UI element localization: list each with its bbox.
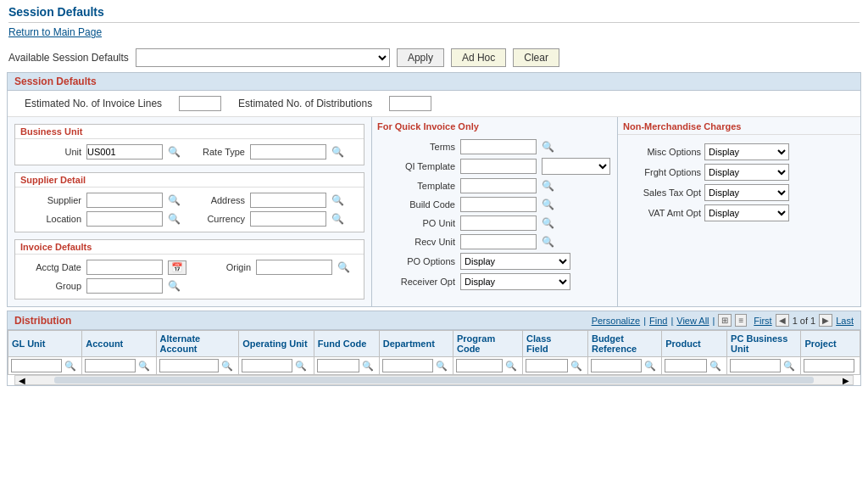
col-gl-unit: GL Unit xyxy=(8,331,82,357)
group-search-icon[interactable]: 🔍 xyxy=(168,280,181,292)
product-search-icon[interactable]: 🔍 xyxy=(709,361,721,371)
rate-type-input[interactable] xyxy=(250,144,326,160)
fund-code-search-icon[interactable]: 🔍 xyxy=(362,361,374,371)
unit-label: Unit xyxy=(22,147,81,157)
template-label: Template xyxy=(379,181,455,191)
product-input[interactable] xyxy=(665,359,707,372)
first-link[interactable]: First xyxy=(754,316,771,326)
account-input[interactable] xyxy=(85,359,136,372)
available-session-select[interactable] xyxy=(136,48,390,67)
unit-input[interactable] xyxy=(86,144,163,160)
grid-view-button[interactable]: ⊞ xyxy=(718,314,732,327)
pagination-controls: First ◀ 1 of 1 ▶ Last xyxy=(754,314,854,327)
recv-unit-input[interactable] xyxy=(460,234,537,249)
program-code-search-icon[interactable]: 🔍 xyxy=(505,361,517,371)
project-input[interactable] xyxy=(804,359,854,372)
location-label: Location xyxy=(22,214,81,224)
account-search-icon[interactable]: 🔍 xyxy=(138,361,150,371)
terms-input[interactable] xyxy=(460,139,537,154)
build-code-input[interactable] xyxy=(460,197,537,212)
estimated-dist-input[interactable] xyxy=(389,96,431,111)
sales-tax-opt-select[interactable]: Display Hide Required xyxy=(704,184,789,201)
rate-type-search-icon[interactable]: 🔍 xyxy=(331,146,344,158)
business-unit-grid: Unit 🔍 Rate Type 🔍 xyxy=(15,139,364,165)
fund-code-input[interactable] xyxy=(317,359,359,372)
qi-template-select[interactable] xyxy=(542,158,610,175)
list-view-button[interactable]: ≡ xyxy=(735,314,747,327)
alt-account-search-icon[interactable]: 🔍 xyxy=(221,361,233,371)
po-unit-input[interactable] xyxy=(460,216,537,231)
vat-amt-opt-select[interactable]: Display Hide Required xyxy=(704,204,789,221)
gl-unit-search-icon[interactable]: 🔍 xyxy=(64,361,76,371)
class-field-input[interactable] xyxy=(526,359,568,372)
return-link[interactable]: Return to Main Page xyxy=(8,23,102,42)
pc-business-unit-search-icon[interactable]: 🔍 xyxy=(783,361,795,371)
template-row: Template 🔍 xyxy=(379,178,610,193)
pc-business-unit-input[interactable] xyxy=(730,359,781,372)
col-pc-business-unit: PC BusinessUnit xyxy=(727,331,801,357)
personalize-link[interactable]: Personalize xyxy=(592,316,640,326)
address-label: Address xyxy=(186,195,245,205)
department-input[interactable] xyxy=(382,359,433,372)
department-search-icon[interactable]: 🔍 xyxy=(436,361,448,371)
gl-unit-input[interactable] xyxy=(11,359,62,372)
estimated-dist-label: Estimated No. of Distributions xyxy=(238,98,372,109)
horizontal-scrollbar[interactable]: ◀ ▶ xyxy=(14,375,854,385)
prev-page-button[interactable]: ◀ xyxy=(776,314,789,327)
currency-input[interactable] xyxy=(250,211,326,227)
distribution-header: Distribution Personalize | Find | View A… xyxy=(8,311,860,330)
qi-template-input[interactable] xyxy=(460,159,537,174)
currency-search-icon[interactable]: 🔍 xyxy=(331,213,344,225)
terms-search-icon[interactable]: 🔍 xyxy=(542,141,554,153)
alt-account-input[interactable] xyxy=(159,359,219,372)
build-code-row: Build Code 🔍 xyxy=(379,197,610,212)
clear-button[interactable]: Clear xyxy=(513,48,559,67)
location-search-icon[interactable]: 🔍 xyxy=(168,213,181,225)
group-label: Group xyxy=(22,281,81,291)
cell-operating-unit: 🔍 xyxy=(239,357,314,375)
address-input[interactable] xyxy=(250,193,326,208)
view-all-link[interactable]: View All xyxy=(676,316,709,326)
operating-unit-input[interactable] xyxy=(242,359,292,372)
supplier-search-icon[interactable]: 🔍 xyxy=(168,194,181,206)
group-input[interactable] xyxy=(86,278,163,294)
supplier-label: Supplier xyxy=(22,195,81,205)
location-input[interactable] xyxy=(86,211,163,227)
operating-unit-search-icon[interactable]: 🔍 xyxy=(295,361,307,371)
frght-options-row: Frght Options Display Hide Required xyxy=(625,164,854,181)
acctg-date-input[interactable] xyxy=(86,260,163,275)
receiver-opt-select[interactable]: Display Hide Required xyxy=(460,273,570,290)
frght-options-select[interactable]: Display Hide Required xyxy=(704,164,789,181)
acctg-origin-row: Acctg Date 📅 Origin 🔍 xyxy=(22,260,357,275)
calendar-button[interactable]: 📅 xyxy=(168,260,186,275)
budget-reference-input[interactable] xyxy=(591,359,642,372)
origin-input[interactable] xyxy=(256,260,332,275)
rate-type-label: Rate Type xyxy=(186,147,245,157)
table-row: 🔍 🔍 🔍 🔍 xyxy=(8,357,860,375)
address-search-icon[interactable]: 🔍 xyxy=(331,194,344,206)
program-code-input[interactable] xyxy=(456,359,503,372)
unit-search-icon[interactable]: 🔍 xyxy=(168,146,181,158)
class-field-search-icon[interactable]: 🔍 xyxy=(570,361,582,371)
supplier-input[interactable] xyxy=(86,193,163,208)
budget-reference-search-icon[interactable]: 🔍 xyxy=(644,361,656,371)
po-options-select[interactable]: Display Hide Required xyxy=(460,253,570,270)
recv-unit-search-icon[interactable]: 🔍 xyxy=(542,236,554,248)
po-unit-search-icon[interactable]: 🔍 xyxy=(542,217,554,229)
scroll-left-btn[interactable]: ◀ xyxy=(15,376,29,385)
adhoc-button[interactable]: Ad Hoc xyxy=(451,48,506,67)
business-unit-title: Business Unit xyxy=(15,125,364,139)
estimated-invoice-input[interactable] xyxy=(179,96,221,111)
apply-button[interactable]: Apply xyxy=(397,48,444,67)
template-input[interactable] xyxy=(460,178,537,193)
estimated-invoice-label: Estimated No. of Invoice Lines xyxy=(25,98,162,109)
find-link[interactable]: Find xyxy=(649,316,667,326)
last-link[interactable]: Last xyxy=(836,316,854,326)
template-search-icon[interactable]: 🔍 xyxy=(542,180,554,192)
next-page-button[interactable]: ▶ xyxy=(819,314,832,327)
scroll-right-btn[interactable]: ▶ xyxy=(839,376,853,385)
misc-options-select[interactable]: Display Hide Required xyxy=(704,143,789,160)
qi-template-label: QI Template xyxy=(379,161,455,171)
origin-search-icon[interactable]: 🔍 xyxy=(337,261,350,273)
build-code-search-icon[interactable]: 🔍 xyxy=(542,199,554,210)
